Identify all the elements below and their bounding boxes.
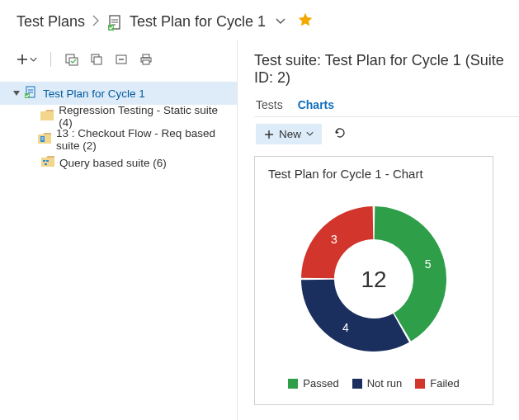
- chart-card: Test Plan for Cycle 1 - Chart 54312 Pass…: [254, 156, 493, 405]
- new-button-label: New: [279, 128, 301, 140]
- chart-slice: [301, 280, 409, 352]
- chart-slice-label: 5: [425, 257, 432, 271]
- tree-node-label: 13 : Checkout Flow - Req based suite (2): [56, 127, 230, 152]
- svg-rect-7: [143, 54, 149, 58]
- tab-bar: Tests Charts: [254, 93, 519, 117]
- tab-tests[interactable]: Tests: [256, 93, 283, 116]
- suite-tree: Test Plan for Cycle 1 Regression Testing…: [0, 78, 237, 177]
- chart-center-total: 12: [361, 267, 386, 292]
- tree-root-node[interactable]: Test Plan for Cycle 1: [0, 82, 237, 105]
- chevron-down-icon[interactable]: [276, 13, 285, 31]
- plus-icon: [264, 130, 274, 139]
- refresh-icon[interactable]: [333, 126, 347, 142]
- svg-rect-12: [40, 111, 54, 120]
- chart-slice-label: 4: [342, 321, 349, 334]
- chart-legend: PassedNot runFailed: [255, 377, 493, 389]
- breadcrumb-plan[interactable]: Test Plan for Cycle 1: [130, 13, 266, 31]
- collapse-icon[interactable]: [111, 49, 132, 70]
- donut-chart: 54312: [287, 192, 460, 366]
- svg-rect-16: [43, 160, 45, 162]
- favorite-star-icon[interactable]: [297, 12, 314, 32]
- tree-node[interactable]: Regression Testing - Static suite (4): [0, 105, 237, 128]
- svg-rect-14: [40, 136, 45, 142]
- add-button[interactable]: [13, 49, 40, 70]
- tree-root-label: Test Plan for Cycle 1: [43, 87, 145, 100]
- legend-swatch: [288, 379, 298, 389]
- svg-rect-1: [108, 25, 114, 31]
- tree-node[interactable]: 13 : Checkout Flow - Req based suite (2): [0, 128, 237, 151]
- new-button[interactable]: New: [256, 124, 322, 144]
- legend-item: Passed: [288, 377, 338, 389]
- breadcrumb: Test Plans Test Plan for Cycle 1: [0, 0, 519, 40]
- chevron-down-icon: [306, 130, 314, 138]
- legend-swatch: [415, 379, 425, 389]
- suite-title: Test suite: Test Plan for Cycle 1 (Suite…: [254, 52, 519, 87]
- legend-label: Failed: [430, 377, 459, 389]
- svg-rect-15: [41, 158, 54, 167]
- svg-rect-9: [143, 60, 149, 64]
- tree-node-label: Query based suite (6): [59, 157, 167, 169]
- tab-charts[interactable]: Charts: [298, 93, 334, 116]
- svg-rect-18: [45, 163, 47, 165]
- legend-item: Failed: [415, 377, 459, 389]
- tree-toolbar: [0, 40, 237, 78]
- legend-label: Passed: [303, 377, 338, 389]
- breadcrumb-root[interactable]: Test Plans: [17, 13, 85, 31]
- detail-pane: Test suite: Test Plan for Cycle 1 (Suite…: [238, 40, 519, 420]
- tree-node-label: Regression Testing - Static suite (4): [59, 104, 230, 129]
- export-icon[interactable]: [86, 49, 107, 70]
- legend-swatch: [352, 379, 362, 389]
- svg-rect-5: [94, 57, 101, 64]
- req-suite-icon: [38, 133, 51, 146]
- chart-title: Test Plan for Cycle 1 - Chart: [255, 167, 493, 186]
- expand-caret-icon[interactable]: [13, 90, 20, 97]
- legend-item: Not run: [352, 377, 403, 389]
- print-icon[interactable]: [135, 49, 157, 70]
- folder-icon: [40, 110, 54, 123]
- chevron-right-icon: [92, 13, 100, 31]
- query-suite-icon: [41, 156, 54, 169]
- svg-rect-11: [25, 93, 30, 98]
- chart-slice-label: 3: [331, 233, 337, 246]
- tree-node[interactable]: Query based suite (6): [0, 151, 237, 174]
- tree-pane: Test Plan for Cycle 1 Regression Testing…: [0, 40, 238, 420]
- svg-rect-17: [46, 160, 49, 162]
- test-plan-icon: [106, 13, 123, 31]
- legend-label: Not run: [367, 377, 403, 389]
- test-plan-icon: [25, 86, 38, 101]
- show-tests-icon[interactable]: [61, 49, 83, 70]
